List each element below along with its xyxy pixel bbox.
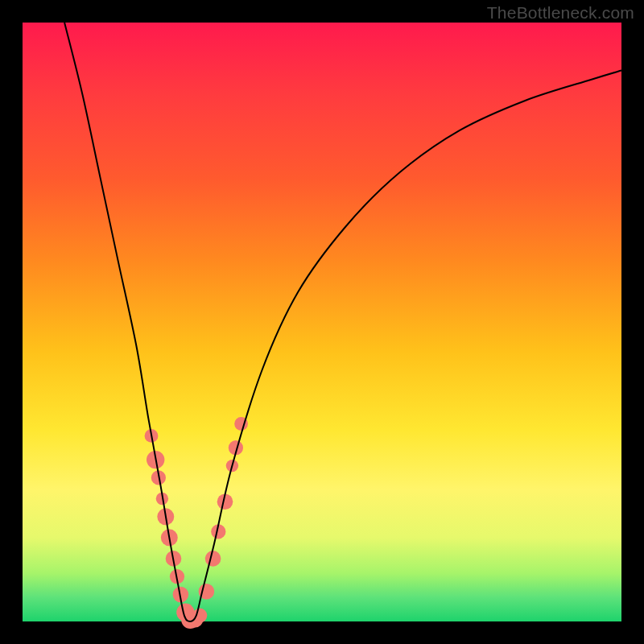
highlight-dot — [205, 551, 221, 567]
bottleneck-curve — [64, 23, 621, 621]
highlight-points — [145, 417, 248, 629]
curve-layer — [23, 23, 621, 621]
highlight-dot — [192, 609, 207, 623]
chart-frame: TheBottleneck.com — [0, 0, 644, 644]
plot-area — [23, 23, 621, 621]
watermark-text: TheBottleneck.com — [487, 3, 634, 23]
